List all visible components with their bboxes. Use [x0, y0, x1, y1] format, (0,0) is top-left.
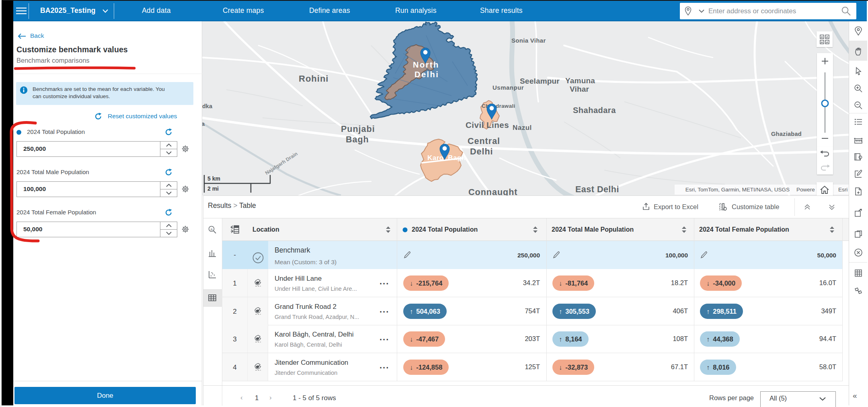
- svg-text:Usmanpur: Usmanpur: [492, 84, 524, 91]
- svg-text:a: a: [210, 227, 212, 231]
- svg-text:Rohini: Rohini: [299, 74, 328, 84]
- svg-text:Seelampur: Seelampur: [520, 77, 560, 85]
- svg-text:Delhi: Delhi: [415, 70, 439, 79]
- svg-text:Esri, TomTom, Garmin, METI/NAS: Esri, TomTom, Garmin, METI/NASA, USGS: [685, 187, 790, 193]
- svg-text:Shahadara: Shahadara: [573, 106, 616, 115]
- svg-text:Esri: Esri: [838, 187, 847, 193]
- svg-text:Delhi: Delhi: [470, 147, 493, 156]
- svg-text:dka: dka: [202, 103, 213, 109]
- svg-text:Chandrawali: Chandrawali: [482, 103, 515, 109]
- svg-text:Central: Central: [468, 136, 500, 146]
- svg-text:Sonia Vihar: Sonia Vihar: [511, 37, 546, 44]
- svg-text:Punjabi: Punjabi: [341, 124, 375, 134]
- svg-text:2 mi: 2 mi: [207, 185, 219, 192]
- svg-text:a: a: [202, 121, 205, 127]
- svg-text:5 km: 5 km: [207, 175, 220, 182]
- svg-text:Connaught: Connaught: [468, 187, 517, 195]
- svg-text:East Delhi: East Delhi: [575, 185, 619, 194]
- svg-text:Powere: Powere: [796, 187, 815, 193]
- svg-text:Vihar: Vihar: [570, 85, 589, 93]
- svg-text:Ghaziabad: Ghaziabad: [771, 131, 802, 137]
- svg-text:Civil Lines: Civil Lines: [466, 120, 509, 130]
- svg-text:Nazul: Nazul: [513, 124, 532, 132]
- svg-text:Bagh: Bagh: [346, 135, 369, 144]
- svg-text:Yamuna: Yamuna: [565, 76, 595, 85]
